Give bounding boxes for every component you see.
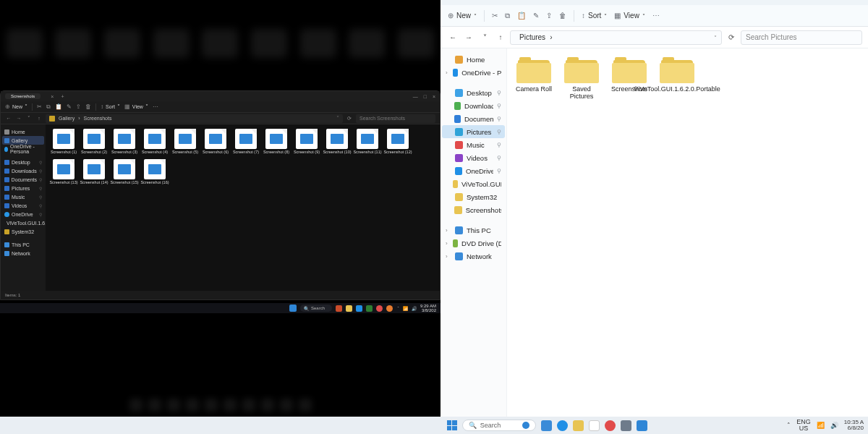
sidebar-item[interactable]: Home [2, 127, 44, 136]
sidebar-item[interactable]: Documents⚲ [2, 175, 44, 184]
file-item[interactable]: Screenshot (4) [140, 129, 170, 155]
sidebar-item[interactable]: ViVeTool.GUI.1.6.2.0 [2, 218, 44, 227]
view-button[interactable]: ▦ View [614, 12, 645, 20]
sidebar-item[interactable]: ›System32 [442, 190, 505, 203]
sidebar-item[interactable]: Downloads⚲ [2, 166, 44, 175]
new-button[interactable]: ⊕ New [448, 12, 477, 20]
maximize-icon[interactable]: □ [424, 94, 427, 99]
folder-item[interactable]: ViVeTool.GUI.1.6.2.0.Portable [656, 57, 698, 101]
minimize-icon[interactable]: — [413, 94, 418, 99]
sidebar-item[interactable]: ›Desktop⚲ [442, 86, 505, 99]
file-item[interactable]: Screenshot (3) [109, 129, 140, 155]
volume-icon[interactable]: 🔊 [830, 422, 838, 429]
back-icon[interactable]: ← [5, 116, 12, 121]
firefox-icon[interactable] [386, 305, 393, 312]
start-button[interactable] [289, 305, 297, 312]
sidebar-item[interactable]: Pictures⚲ [2, 184, 44, 192]
clock[interactable]: 9:29 AM 3/8/202 [420, 304, 436, 312]
share-icon[interactable]: ⇪ [76, 103, 81, 110]
explorer-icon[interactable] [346, 305, 352, 312]
taskview-icon[interactable] [541, 420, 552, 431]
more-icon[interactable]: ⋯ [153, 103, 158, 110]
snip-icon[interactable] [637, 420, 647, 431]
share-icon[interactable]: ⇪ [546, 12, 552, 20]
file-item[interactable]: Screenshot (7) [231, 129, 261, 155]
tab-close-icon[interactable]: × [51, 94, 54, 99]
folder-item[interactable]: Saved Pictures [561, 57, 603, 101]
start-button[interactable] [447, 420, 457, 430]
sidebar-item[interactable]: OneDrive⚲ [2, 210, 44, 218]
sidebar-item[interactable]: ›Videos⚲ [442, 151, 505, 164]
cut-icon[interactable]: ✂ [492, 12, 498, 20]
close-window-icon[interactable]: × [433, 94, 435, 99]
taskbar-search[interactable]: 🔍 Search [300, 305, 332, 312]
sidebar-item[interactable]: Desktop⚲ [2, 158, 44, 166]
folder-item[interactable]: Camera Roll [513, 57, 555, 101]
sidebar-item[interactable]: ›Screenshots [442, 203, 505, 216]
new-tab-icon[interactable]: + [61, 94, 64, 99]
view-button[interactable]: ▦ View [124, 103, 148, 110]
folder-item[interactable]: Screenshots [608, 57, 650, 101]
clock[interactable]: 10:35 A 6/8/20 [844, 420, 864, 431]
taskbar-app-icon[interactable] [366, 305, 373, 312]
rename-icon[interactable]: ✎ [533, 12, 539, 20]
delete-icon[interactable]: 🗑 [85, 103, 91, 110]
wifi-icon[interactable]: 📶 [403, 306, 408, 311]
file-item[interactable]: Screenshot (9) [292, 129, 322, 155]
tray-chevron-icon[interactable]: ˄ [397, 306, 399, 311]
chevron-down-icon[interactable] [714, 33, 717, 41]
sidebar-item[interactable]: ›OneDrive - Persona [442, 66, 505, 79]
more-icon[interactable]: ⋯ [652, 12, 660, 20]
new-button[interactable]: ⊕ New [5, 103, 27, 110]
settings-icon[interactable] [621, 420, 631, 431]
opera-icon[interactable] [605, 420, 616, 431]
sidebar-item[interactable]: ›Network [442, 250, 505, 263]
breadcrumb[interactable]: Gallery› Screenshots [46, 114, 343, 123]
copy-icon[interactable]: ⧉ [46, 103, 51, 111]
file-item[interactable]: Screenshot (5) [170, 129, 200, 155]
file-item[interactable]: Screenshot (6) [200, 129, 231, 155]
forward-icon[interactable]: → [462, 33, 475, 41]
file-item[interactable]: Screenshot (10) [322, 129, 352, 155]
explorer-icon[interactable] [573, 420, 584, 431]
sidebar-item[interactable]: This PC [2, 240, 44, 249]
sidebar-item[interactable]: Videos⚲ [2, 201, 44, 210]
chevron-down-icon[interactable] [336, 115, 339, 122]
sort-button[interactable]: ↕ Sort [582, 12, 607, 20]
sidebar-item[interactable]: ›Music⚲ [442, 138, 505, 151]
sidebar-item[interactable]: ›Documents⚲ [442, 112, 505, 125]
sidebar-item[interactable]: Network [2, 249, 44, 258]
edge-icon[interactable] [356, 305, 362, 312]
wifi-icon[interactable]: 📶 [817, 422, 825, 429]
rename-icon[interactable]: ✎ [67, 103, 72, 110]
opera-icon[interactable] [376, 305, 383, 312]
tray-chevron-icon[interactable]: ˄ [787, 422, 791, 429]
forward-icon[interactable]: → [15, 116, 22, 121]
sidebar-item[interactable]: ›ViVeTool.GUI.1.6.2.0 [442, 177, 505, 190]
taskbar-app-icon[interactable] [336, 305, 342, 312]
cut-icon[interactable]: ✂ [37, 103, 42, 110]
language-indicator[interactable]: ENG US [796, 419, 811, 432]
search-input[interactable]: Search Screenshots [356, 114, 435, 123]
back-icon[interactable]: ← [446, 33, 459, 41]
delete-icon[interactable]: 🗑 [559, 12, 566, 20]
refresh-icon[interactable]: ⟳ [725, 33, 738, 41]
dark-tab[interactable]: Screenshots [5, 93, 41, 99]
sort-button[interactable]: ↕ Sort [101, 103, 120, 110]
sidebar-item[interactable]: Music⚲ [2, 192, 44, 201]
file-item[interactable]: Screenshot (14) [79, 159, 109, 185]
sidebar-item[interactable]: ›Home [442, 53, 505, 66]
paste-icon[interactable]: 📋 [517, 12, 526, 20]
up-icon[interactable]: ↑ [35, 116, 43, 121]
file-item[interactable]: Screenshot (16) [140, 159, 170, 185]
refresh-icon[interactable]: ⟳ [346, 116, 353, 122]
up-icon[interactable]: ↑ [494, 33, 507, 41]
chevron-down-icon[interactable]: ˅ [25, 116, 33, 122]
notepad-icon[interactable] [589, 420, 600, 431]
sidebar-item[interactable]: ›This PC [442, 224, 505, 237]
sidebar-item[interactable]: ›DVD Drive (D:) CCC [442, 237, 505, 250]
chevron-down-icon[interactable]: ˅ [478, 33, 491, 41]
file-item[interactable]: Screenshot (1) [48, 129, 79, 155]
volume-icon[interactable]: 🔊 [412, 306, 417, 311]
file-item[interactable]: Screenshot (8) [261, 129, 292, 155]
